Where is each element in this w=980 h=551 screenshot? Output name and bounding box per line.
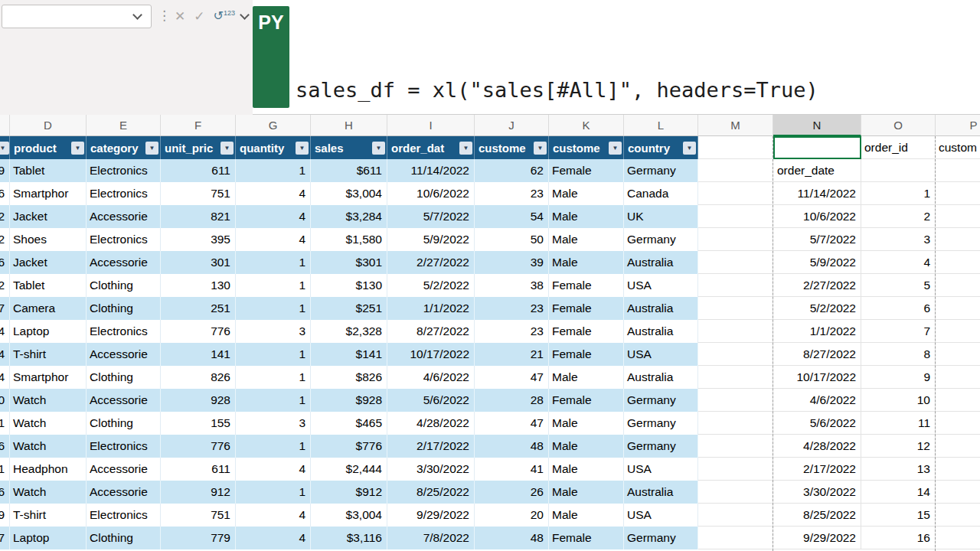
cell-p-empty[interactable] — [936, 274, 980, 297]
table-header-country[interactable]: country ▼ — [624, 136, 698, 159]
cell-spill-order-id[interactable]: 4 — [861, 251, 936, 274]
cell-customer-gender[interactable]: Female — [549, 274, 624, 297]
cell-customer-gender[interactable]: Male — [549, 251, 624, 274]
cell-c-partial[interactable]: 6 — [0, 481, 10, 504]
cell-p-empty[interactable] — [936, 366, 980, 389]
cell-spill-order-id[interactable] — [861, 159, 936, 182]
cell-category[interactable]: Electronics — [87, 228, 161, 251]
cell-customer-number[interactable]: 23 — [475, 320, 549, 343]
cell-spill-order-id[interactable]: 11 — [861, 412, 936, 435]
cell-category[interactable]: Clothing — [87, 527, 161, 549]
cell-order-date[interactable]: 11/14/2022 — [387, 159, 475, 182]
cell-c-partial[interactable]: 4 — [0, 366, 10, 389]
cell-spill-index[interactable]: 3/30/2022 — [773, 481, 861, 504]
cell-customer-number[interactable]: 23 — [475, 182, 549, 205]
cell-order-date[interactable]: 2/17/2022 — [387, 435, 475, 458]
cell-quantity[interactable]: 3 — [236, 412, 311, 435]
cell-spill-index[interactable]: 5/2/2022 — [773, 297, 861, 320]
cell-m-empty[interactable] — [698, 389, 773, 412]
table-header-quantity[interactable]: quantity ▼ — [236, 136, 311, 159]
cell-sales[interactable]: $141 — [311, 343, 387, 366]
cell-spill-index[interactable]: order_date — [773, 159, 861, 182]
cell-category[interactable]: Electronics — [87, 159, 161, 182]
column-header-h[interactable]: H — [311, 115, 387, 136]
cell-spill-order-id[interactable]: 3 — [861, 228, 936, 251]
cell-customer-number[interactable]: 20 — [475, 504, 549, 527]
cell-customer-number[interactable]: 28 — [475, 389, 549, 412]
python-output-values-icon[interactable]: ↺123 — [214, 10, 235, 22]
cell-category[interactable]: Accessorie — [87, 389, 161, 412]
cell-quantity[interactable]: 4 — [236, 527, 311, 549]
cell-spill-order-id[interactable]: 15 — [861, 504, 936, 527]
cell-product[interactable]: Tablet — [10, 274, 87, 297]
cell-category[interactable]: Accessorie — [87, 481, 161, 504]
cell-customer-number[interactable]: 48 — [475, 435, 549, 458]
cell-quantity[interactable]: 1 — [236, 366, 311, 389]
cell-spill-order-id[interactable]: 8 — [861, 343, 936, 366]
cell-spill-index[interactable]: 1/1/2022 — [773, 320, 861, 343]
cell-p-empty[interactable] — [936, 228, 980, 251]
cell-country[interactable]: Germany — [624, 527, 698, 549]
cell-c-partial[interactable]: 7 — [0, 527, 10, 549]
cell-c-partial[interactable]: 2 — [0, 274, 10, 297]
cell-m-empty[interactable] — [698, 251, 773, 274]
cell-c-partial[interactable]: 2 — [0, 205, 10, 228]
cell-c-partial[interactable]: 2 — [0, 228, 10, 251]
cell-sales[interactable]: $301 — [311, 251, 387, 274]
cell-m-empty[interactable] — [698, 366, 773, 389]
cell-m-empty[interactable] — [698, 527, 773, 549]
column-header-l[interactable]: L — [624, 115, 698, 136]
cell-p-empty[interactable] — [936, 435, 980, 458]
cell-p-empty[interactable] — [936, 481, 980, 504]
cell-p-empty[interactable] — [936, 205, 980, 228]
cell-unit-price[interactable]: 826 — [161, 366, 236, 389]
column-header-g[interactable]: G — [236, 115, 311, 136]
table-header-unit-price[interactable]: unit_pric ▼ — [161, 136, 236, 159]
cell-spill-order-id[interactable]: 16 — [861, 527, 936, 549]
cell-unit-price[interactable]: 751 — [161, 504, 236, 527]
cell-sales[interactable]: $2,444 — [311, 458, 387, 481]
cell-p-empty[interactable] — [936, 343, 980, 366]
cell-c-partial[interactable]: 4 — [0, 320, 10, 343]
cell-country[interactable]: USA — [624, 274, 698, 297]
cell-sales[interactable]: $826 — [311, 366, 387, 389]
table-header-order-date[interactable]: order_dat ▼ — [387, 136, 475, 159]
cell-customer-gender[interactable]: Male — [549, 412, 624, 435]
column-header-k[interactable]: K — [549, 115, 624, 136]
cell-category[interactable]: Electronics — [87, 504, 161, 527]
cell-m-empty[interactable] — [698, 458, 773, 481]
cell-spill-index[interactable]: 5/7/2022 — [773, 228, 861, 251]
cell-spill-order-id[interactable]: 6 — [861, 297, 936, 320]
cell-unit-price[interactable]: 611 — [161, 458, 236, 481]
spill-header-customer[interactable]: custom — [936, 136, 980, 159]
cell-customer-number[interactable]: 62 — [475, 159, 549, 182]
cell-unit-price[interactable]: 130 — [161, 274, 236, 297]
cell-country[interactable]: USA — [624, 504, 698, 527]
table-header-product[interactable]: product ▼ — [10, 136, 87, 159]
cell-m-empty[interactable] — [698, 297, 773, 320]
cell-customer-number[interactable]: 26 — [475, 481, 549, 504]
code-line-1[interactable]: sales_df = xl("sales[#All]", headers=Tru… — [296, 73, 980, 106]
cell-customer-number[interactable]: 23 — [475, 297, 549, 320]
cell-sales[interactable]: $2,328 — [311, 320, 387, 343]
column-header-d[interactable]: D — [10, 115, 87, 136]
cell-product[interactable]: Laptop — [10, 320, 87, 343]
cell-customer-gender[interactable]: Male — [549, 205, 624, 228]
cell-customer-gender[interactable]: Male — [549, 435, 624, 458]
cell-country[interactable]: Germany — [624, 435, 698, 458]
cell-p-empty[interactable] — [936, 458, 980, 481]
cell-category[interactable]: Clothing — [87, 297, 161, 320]
cell-customer-gender[interactable]: Female — [549, 389, 624, 412]
cell-country[interactable]: Germany — [624, 228, 698, 251]
cell-product[interactable]: Watch — [10, 435, 87, 458]
cell-unit-price[interactable]: 751 — [161, 182, 236, 205]
cell-spill-order-id[interactable]: 2 — [861, 205, 936, 228]
cell-sales[interactable]: $251 — [311, 297, 387, 320]
cell-order-date[interactable]: 5/9/2022 — [387, 228, 475, 251]
column-header-j[interactable]: J — [475, 115, 549, 136]
cell-category[interactable]: Clothing — [87, 274, 161, 297]
cell-m-empty[interactable] — [698, 136, 773, 159]
table-header-category[interactable]: category ▼ — [87, 136, 161, 159]
cell-c-partial[interactable]: 1 — [0, 412, 10, 435]
cell-country[interactable]: Australia — [624, 297, 698, 320]
